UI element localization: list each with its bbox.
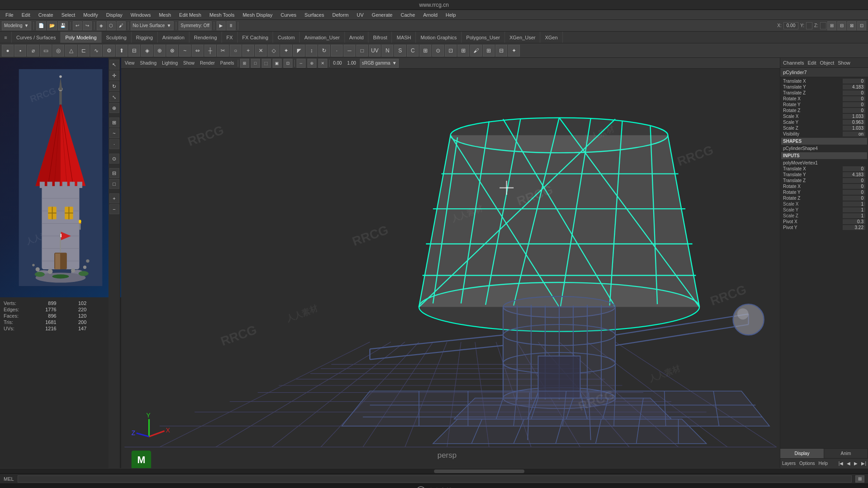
display-tab[interactable]: Display [780, 449, 824, 458]
ch-translate-z[interactable]: Translate Z 0 [781, 90, 867, 96]
vp-icon3[interactable]: ⬚ [262, 59, 271, 68]
ch-rotate-z[interactable]: Rotate Z 0 [781, 108, 867, 113]
anim-tab[interactable]: Anim [824, 449, 868, 458]
shelf-icon-mirror[interactable]: ⇔ [192, 45, 203, 56]
shelf-tab-animation[interactable]: Animation [158, 32, 189, 43]
mel-label[interactable]: MEL [4, 476, 14, 482]
shelf-icon-pipe[interactable]: ⊏ [78, 45, 90, 56]
vp-icon1[interactable]: ⊞ [240, 59, 249, 68]
shelf-icon-cube[interactable]: ▪ [14, 45, 26, 56]
shelf-icon-subdiv[interactable]: ⊞ [420, 45, 431, 56]
show-channels-btn[interactable]: Show [838, 60, 850, 66]
shelf-icon-toggle-face[interactable]: □ [356, 45, 368, 56]
shelf-icon-flip[interactable]: ↕ [306, 45, 317, 56]
gamma-dropdown[interactable]: sRGB gamma ▼ [360, 59, 399, 68]
ch-rotate-y[interactable]: Rotate Y 0 [781, 102, 867, 108]
x-field[interactable]: 0.00 [783, 22, 798, 29]
shelf-icon-combine[interactable]: ⊕ [154, 45, 165, 56]
shelf-icon-smooth[interactable]: ~ [179, 45, 191, 56]
vp-icon6[interactable]: ↔ [297, 59, 306, 68]
lasso-tool[interactable]: ⬡ [107, 21, 116, 30]
surface-dropdown[interactable]: No Live Surface ▼ [131, 21, 174, 30]
input-name-row[interactable]: polyMoveVertex1 [781, 160, 867, 166]
render-btn[interactable]: ▶ [217, 21, 226, 30]
open-btn[interactable]: 📂 [47, 21, 57, 30]
vp-lighting-btn[interactable]: Lighting [160, 61, 179, 66]
shelf-tab-xgen[interactable]: XGen [540, 32, 562, 43]
shelf-icon-target-weld[interactable]: ⊙ [432, 45, 444, 56]
options-btn[interactable]: Options [799, 461, 815, 466]
menu-file[interactable]: File [2, 11, 17, 19]
help-btn[interactable]: Help [818, 461, 828, 466]
shelf-tab-xgen-user[interactable]: XGen_User [505, 32, 540, 43]
shelf-icon-multi-cut[interactable]: ✦ [508, 45, 520, 56]
select-tool[interactable]: ◈ [97, 21, 106, 30]
ch-pivot-y[interactable]: Pivot Y 3.22 [781, 225, 867, 230]
layers-btn[interactable]: Layers [782, 461, 796, 466]
shelf-icon-bridge[interactable]: ⊟ [128, 45, 140, 56]
menu-edit[interactable]: Edit [18, 11, 34, 19]
shelf-icon-uv[interactable]: UV [369, 45, 381, 56]
new-btn[interactable]: 📄 [36, 21, 46, 30]
grid-size-btn[interactable]: □ [109, 179, 119, 189]
shelf-icon-offset-loop[interactable]: ⊞ [483, 45, 495, 56]
shelf-icon-fill[interactable]: ○ [230, 45, 241, 56]
vp-icon2[interactable]: □ [251, 59, 260, 68]
shelf-icon-merge[interactable]: ⊗ [166, 45, 178, 56]
shelf-tab-mash[interactable]: MASH [392, 32, 416, 43]
ch-input-sz[interactable]: Scale Z 1 [781, 213, 867, 219]
menu-arnold[interactable]: Arnold [420, 11, 441, 19]
layout-btn1[interactable]: ⊞ [827, 21, 836, 30]
shelf-icon-cone[interactable]: △ [65, 45, 77, 56]
viewport[interactable]: View Shading Lighting Show Render Panels… [121, 58, 780, 468]
shelf-icon-duplicate-face[interactable]: ⊡ [445, 45, 457, 56]
menu-edit-mesh[interactable]: Edit Mesh [175, 11, 205, 19]
menu-curves[interactable]: Curves [277, 11, 300, 19]
scrollbar-thumb[interactable] [434, 469, 524, 473]
shelf-tab-rigging[interactable]: Rigging [132, 32, 158, 43]
shelf-icon-insert-loop[interactable]: ┼ [204, 45, 216, 56]
select-tool-btn[interactable]: ↖ [109, 60, 119, 70]
ch-translate-x[interactable]: Translate X 0 [781, 78, 867, 84]
ch-input-ty[interactable]: Translate Y 4.183 [781, 172, 867, 178]
menu-windows[interactable]: Windows [127, 11, 155, 19]
shelf-icon-detach[interactable]: ⊞ [458, 45, 469, 56]
expand-btn[interactable]: ⊞ [855, 475, 864, 483]
shelf-tab-poly[interactable]: Poly Modeling [61, 32, 101, 43]
menu-surfaces[interactable]: Surfaces [301, 11, 328, 19]
ch-visibility[interactable]: Visibility on [781, 131, 867, 137]
snap-grid-btn[interactable]: ⊞ [109, 117, 119, 127]
shelf-tab-sculpting[interactable]: Sculpting [102, 32, 132, 43]
command-line[interactable] [18, 475, 852, 483]
ch-input-rx[interactable]: Rotate X 0 [781, 183, 867, 189]
redo-btn[interactable]: ↪ [83, 21, 92, 30]
shelf-icon-torus[interactable]: ◎ [52, 45, 64, 56]
shelf-icon-paint-vtx[interactable]: 🖌 [470, 45, 482, 56]
menu-display[interactable]: Display [103, 11, 126, 19]
vp-icon8[interactable]: ✕ [318, 59, 327, 68]
menu-uv[interactable]: UV [353, 11, 367, 19]
menu-mesh[interactable]: Mesh [155, 11, 175, 19]
ch-input-sx[interactable]: Scale X 1 [781, 201, 867, 207]
layout-btn3[interactable]: ⊠ [847, 21, 856, 30]
shape-name-row[interactable]: pCylinderShape4 [781, 145, 867, 151]
viewport-scrollbar[interactable] [0, 468, 868, 474]
save-btn[interactable]: 💾 [58, 21, 68, 30]
shelf-icon-toggle-edge[interactable]: ─ [344, 45, 355, 56]
zoom-in-btn[interactable]: + [109, 193, 119, 203]
ch-input-rz[interactable]: Rotate Z 0 [781, 195, 867, 201]
next-key-btn[interactable]: ▶| [861, 461, 866, 466]
shelf-tab-bifrost[interactable]: Bifrost [368, 32, 392, 43]
shelf-icon-spin[interactable]: ↻ [318, 45, 330, 56]
soft-select-btn[interactable]: ⊙ [109, 154, 119, 164]
menu-deform[interactable]: Deform [329, 11, 352, 19]
menu-create[interactable]: Create [35, 11, 57, 19]
ch-rotate-x[interactable]: Rotate X 0 [781, 96, 867, 102]
shelf-icon-gear[interactable]: ⚙ [103, 45, 115, 56]
shelf-tab-arnold[interactable]: Arnold [345, 32, 369, 43]
shelf-tab-anim-user[interactable]: Animation_User [300, 32, 344, 43]
scale-tool-btn[interactable]: ⤡ [109, 92, 119, 102]
shelf-tab-poly-user[interactable]: Polygons_User [462, 32, 505, 43]
edit-channels-btn[interactable]: Edit [807, 60, 816, 66]
ch-input-ry[interactable]: Rotate Y 0 [781, 189, 867, 195]
